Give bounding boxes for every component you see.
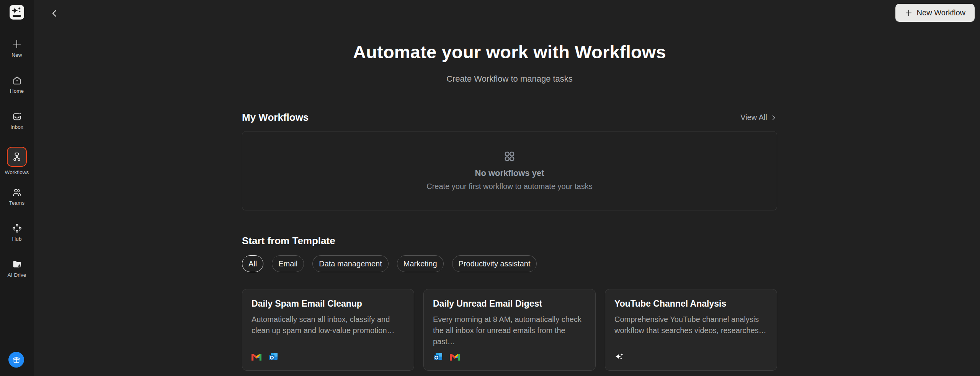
main-content: Automate your work with Workflows Create… — [242, 0, 777, 371]
template-card-daily-unread-email-digest[interactable]: Daily Unread Email Digest Every morning … — [423, 289, 596, 371]
sparkle-logo-icon — [10, 5, 24, 20]
sidebar-item-label: Home — [10, 88, 24, 94]
sidebar-item-label: AI Drive — [8, 272, 26, 278]
sidebar-item-new[interactable]: New — [0, 39, 34, 58]
home-icon — [11, 75, 22, 85]
card-description: Automatically scan all inbox, classify a… — [252, 314, 405, 336]
gift-icon — [12, 356, 21, 364]
template-filters: All Email Data management Marketing Prod… — [242, 255, 777, 272]
card-app-icons — [614, 351, 768, 362]
sidebar-item-hub[interactable]: Hub — [0, 223, 34, 242]
my-workflows-header: My Workflows View All — [242, 112, 777, 123]
folder-sparkle-icon — [11, 259, 22, 269]
hub-nodes-icon — [11, 223, 22, 233]
chevron-left-icon — [50, 8, 60, 18]
workflow-orgchart-icon — [11, 151, 22, 162]
teams-people-icon — [11, 187, 22, 197]
gift-button[interactable] — [8, 352, 24, 368]
sidebar-item-label: Teams — [9, 200, 24, 206]
sidebar-item-ai-drive[interactable]: AI Drive — [0, 259, 34, 278]
template-card-daily-spam-email-cleanup[interactable]: Daily Spam Email Cleanup Automatically s… — [242, 289, 414, 371]
inbox-sparkle-icon — [11, 111, 22, 122]
sparkles-icon — [614, 351, 625, 362]
card-title: Daily Spam Email Cleanup — [252, 299, 405, 309]
filter-chip-data-management[interactable]: Data management — [312, 255, 389, 272]
filter-chip-all[interactable]: All — [242, 255, 263, 272]
sidebar-item-label: Hub — [12, 236, 21, 242]
card-description: Comprehensive YouTube channel analysis w… — [614, 314, 768, 336]
four-circles-icon — [504, 151, 515, 162]
card-title: YouTube Channel Analysis — [614, 299, 768, 309]
sidebar-item-home[interactable]: Home — [0, 75, 34, 94]
sidebar-nav: New Home Inbox — [0, 39, 34, 295]
sidebar-item-label: Inbox — [10, 124, 23, 130]
new-workflow-label: New Workflow — [917, 8, 965, 17]
sidebar-item-label: New — [11, 52, 22, 58]
templates-heading: Start from Template — [242, 235, 777, 247]
sidebar-item-workflows[interactable]: Workflows — [0, 147, 34, 175]
app-logo — [10, 5, 24, 20]
plus-icon — [11, 39, 22, 49]
gmail-icon — [450, 353, 460, 361]
page-title: Automate your work with Workflows — [242, 41, 777, 62]
active-item-highlight — [7, 147, 27, 167]
back-button[interactable] — [48, 7, 61, 20]
sidebar-item-label: Workflows — [5, 169, 29, 175]
outlook-icon — [268, 352, 278, 362]
card-app-icons — [252, 352, 405, 362]
my-workflows-heading: My Workflows — [242, 112, 309, 123]
plus-icon — [905, 9, 913, 17]
outlook-icon — [433, 352, 443, 362]
empty-state-subtitle: Create your first workflow to automate y… — [426, 182, 593, 191]
sidebar-item-inbox[interactable]: Inbox — [0, 111, 34, 130]
card-title: Daily Unread Email Digest — [433, 299, 586, 309]
view-all-label: View All — [740, 113, 767, 122]
workflows-empty-state: No workflows yet Create your first workf… — [242, 131, 777, 210]
template-cards: Daily Spam Email Cleanup Automatically s… — [242, 289, 777, 371]
sidebar-item-teams[interactable]: Teams — [0, 187, 34, 206]
view-all-button[interactable]: View All — [740, 113, 777, 122]
new-workflow-button[interactable]: New Workflow — [895, 4, 975, 22]
gmail-icon — [252, 353, 261, 361]
card-app-icons — [433, 352, 586, 362]
page-subtitle: Create Workflow to manage tasks — [242, 74, 777, 84]
filter-chip-productivity-assistant[interactable]: Productivity assistant — [452, 255, 537, 272]
filter-chip-email[interactable]: Email — [272, 255, 304, 272]
filter-chip-marketing[interactable]: Marketing — [397, 255, 444, 272]
template-card-youtube-channel-analysis[interactable]: YouTube Channel Analysis Comprehensive Y… — [605, 289, 777, 371]
sidebar: New Home Inbox — [0, 0, 34, 376]
empty-state-title: No workflows yet — [475, 168, 544, 178]
card-description: Every morning at 8 AM, automatically che… — [433, 314, 586, 347]
chevron-right-icon — [770, 114, 777, 121]
